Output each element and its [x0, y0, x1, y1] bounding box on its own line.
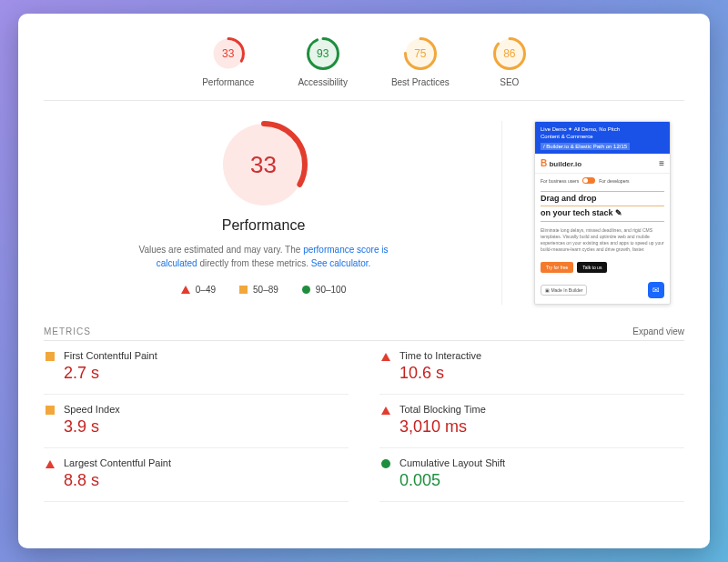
logo-row: B builder.io ≡	[535, 154, 670, 174]
score-legend: 0–4950–8990–100	[181, 285, 346, 295]
desc-text-2: directly from these metrics.	[199, 258, 310, 268]
performance-summary: 33 Performance Values are estimated and …	[44, 121, 502, 305]
legend-item: 50–89	[239, 285, 278, 295]
desc-text: Values are estimated and may vary. The	[138, 245, 303, 255]
hamburger-icon: ≡	[659, 158, 664, 168]
made-in-badge: ▣ Made In Builder	[541, 285, 587, 296]
triangle-icon	[381, 352, 390, 361]
square-icon	[46, 406, 55, 415]
metric-value: 0.005	[399, 471, 505, 490]
gauge-best-practices[interactable]: 75 Best Practices	[391, 37, 450, 87]
metric-row[interactable]: Time to Interactive 10.6 s	[379, 341, 684, 395]
headline-2: on your tech stack ✎	[541, 208, 664, 218]
gauge-accessibility[interactable]: 93 Accessibility	[298, 37, 347, 87]
cta-primary: Try for free	[541, 262, 573, 273]
gauge-seo[interactable]: 86 SEO	[493, 37, 526, 87]
chat-icon: ✉	[648, 282, 664, 298]
metric-name: Largest Contentful Paint	[64, 457, 171, 468]
lighthouse-report: 33 Performance 93 Accessibility 75 Best …	[18, 14, 710, 548]
metric-value: 10.6 s	[399, 364, 481, 383]
hero-headline: Drag and drop on your tech stack ✎	[535, 187, 670, 227]
triangle-icon	[381, 406, 390, 415]
circle-icon	[381, 459, 390, 468]
performance-section: 33 Performance Values are estimated and …	[44, 101, 684, 321]
metric-name: Speed Index	[64, 404, 120, 415]
banner-pill: / Builder.io & Elastic Path on 12/15	[541, 143, 630, 150]
square-icon	[46, 352, 55, 361]
screenshot-preview: Live Demo ✦ All Demo, No Pitch Content &…	[502, 121, 684, 305]
headline-1: Drag and drop	[541, 194, 664, 204]
banner-line: Live Demo ✦ All Demo, No Pitch	[541, 125, 664, 133]
metrics-grid: First Contentful Paint 2.7 sTime to Inte…	[44, 341, 684, 502]
performance-title: Performance	[222, 217, 306, 234]
metric-row[interactable]: Cumulative Layout Shift 0.005	[379, 448, 684, 502]
banner: Live Demo ✦ All Demo, No Pitch Content &…	[535, 122, 670, 154]
metric-row[interactable]: Total Blocking Time 3,010 ms	[379, 395, 684, 448]
legend-item: 90–100	[302, 285, 346, 295]
banner-line: Content & Commerce	[541, 133, 664, 140]
toggle-left-label: For business users	[541, 178, 579, 184]
triangle-icon	[46, 459, 55, 468]
metrics-header: METRICS Expand view	[44, 321, 684, 341]
category-gauges: 33 Performance 93 Accessibility 75 Best …	[44, 30, 684, 101]
toggle-row: For business users For developers	[535, 174, 670, 187]
site-thumbnail: Live Demo ✦ All Demo, No Pitch Content &…	[534, 121, 671, 305]
brand-logo: B builder.io	[541, 158, 581, 168]
gauge-performance[interactable]: 33 Performance	[202, 37, 254, 87]
metric-value: 8.8 s	[64, 471, 171, 490]
metric-value: 3.9 s	[64, 417, 120, 437]
metric-row[interactable]: Speed Index 3.9 s	[44, 395, 349, 448]
footer-row: ▣ Made In Builder ✉	[535, 276, 670, 304]
toggle-right-label: For developers	[599, 178, 629, 184]
see-calculator-link[interactable]: See calculator.	[311, 258, 371, 268]
hero-body: Eliminate long delays, missed deadlines,…	[535, 227, 670, 258]
metric-name: First Contentful Paint	[64, 350, 157, 361]
metric-name: Total Blocking Time	[399, 404, 486, 415]
metric-value: 2.7 s	[64, 364, 157, 383]
metric-value: 3,010 ms	[399, 417, 486, 437]
metrics-title: METRICS	[44, 326, 91, 336]
performance-gauge: 33	[220, 121, 308, 208]
metric-name: Time to Interactive	[399, 350, 481, 361]
cta-row: Try for free Talk to us	[535, 258, 670, 276]
metric-row[interactable]: First Contentful Paint 2.7 s	[44, 341, 349, 395]
metric-name: Cumulative Layout Shift	[399, 457, 505, 468]
toggle-icon	[582, 177, 595, 184]
legend-item: 0–49	[181, 285, 216, 295]
brand-text: builder.io	[549, 160, 581, 168]
performance-description: Values are estimated and may vary. The p…	[118, 243, 410, 270]
metric-row[interactable]: Largest Contentful Paint 8.8 s	[44, 448, 349, 502]
expand-view-link[interactable]: Expand view	[632, 326, 684, 336]
cta-secondary: Talk to us	[577, 262, 607, 273]
